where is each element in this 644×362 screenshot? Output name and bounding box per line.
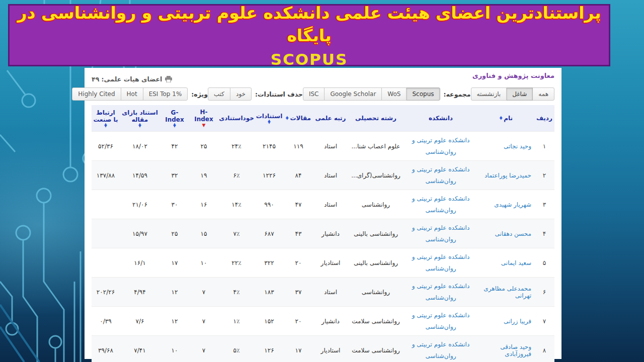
faculty-count: اعضای هیات علمی: ۴۹ (92, 75, 172, 83)
row-number: ۵ (534, 248, 554, 278)
h-index-cell: ۷ (189, 278, 218, 307)
remove-citations-group: حذف استنادات: خود کتب (208, 87, 303, 101)
col-header-field: رشته تحصیلی (348, 105, 404, 132)
citations-cell: ۶۸۷ (255, 219, 284, 248)
sort-icon[interactable]: ▲▼ (500, 117, 502, 121)
col-header-cite-per-article[interactable]: استناد بازای مقاله▲▼ (120, 105, 160, 132)
status-all-button[interactable]: همه (532, 87, 554, 101)
faculty-member-link[interactable]: وحید صادقی فیروزآبادی (500, 343, 531, 357)
citations-cell: ۱۸۳ (255, 278, 284, 307)
col-header-g-index[interactable]: G-Index▲▼ (160, 105, 189, 132)
remove-books-button[interactable]: کتب (208, 87, 230, 101)
faculty-member-link[interactable]: محسن دهقانی (495, 230, 531, 237)
col-header-articles[interactable]: مقالات▲▼ (284, 105, 313, 132)
col-header-h-index[interactable]: H-Index▼ (189, 105, 218, 132)
row-number: ۲ (534, 161, 554, 190)
articles-cell: ۳۷ (284, 278, 313, 307)
cite-per-article-cell: ۲۱/۰۶ (120, 190, 160, 219)
articles-cell: ۴۳ (284, 219, 313, 248)
name-cell: محسن دهقانی (478, 219, 534, 248)
sort-icon[interactable]: ▲▼ (286, 117, 288, 121)
g-index-cell: ۱۲ (160, 278, 189, 307)
faculty-member-link[interactable]: محمدعلی مظاهری تهرانی (484, 285, 531, 299)
rank-cell: استاد (313, 161, 348, 190)
rank-cell: دانشیار (313, 307, 348, 336)
citations-cell: ۱۲۶ (255, 336, 284, 362)
highly-cited-button[interactable]: Highly Cited (72, 87, 121, 101)
industry-cell: ۵۲/۳۶ (92, 132, 120, 161)
name-cell: سعید ایمانی (478, 248, 534, 278)
h-index-cell: ۱۹ (189, 161, 218, 190)
collection-isc-button[interactable]: ISC (303, 87, 325, 101)
col-header-faculty: دانشکده (404, 105, 478, 132)
col-header-citations[interactable]: استنادات▲▼ (255, 105, 284, 132)
articles-cell: ۸۴ (284, 161, 313, 190)
collection-wos-button[interactable]: WoS (381, 87, 407, 101)
remove-self-button[interactable]: خود (230, 87, 252, 101)
rank-cell: استادیار (313, 248, 348, 278)
sort-icon[interactable]: ▲▼ (138, 124, 141, 128)
faculty-cell: دانشکده علوم تربیتی و روان‌شناسی (404, 278, 478, 307)
row-number: ۸ (534, 336, 554, 362)
status-employed-button[interactable]: شاغل (506, 87, 533, 101)
table-row: ۷ فریبا زرانی دانشکده علوم تربیتی و روان… (92, 307, 554, 336)
faculty-cell: دانشکده علوم تربیتی و روان‌شناسی (404, 190, 478, 219)
name-cell: فریبا زرانی (478, 307, 534, 336)
h-index-cell: ۱۰ (189, 248, 218, 278)
g-index-cell: ۳۰ (160, 190, 189, 219)
faculty-member-link[interactable]: شهریار شهیدی (494, 201, 531, 208)
name-cell: محمدعلی مظاهری تهرانی (478, 278, 534, 307)
citations-cell: ۲۱۴۵ (255, 132, 284, 161)
rank-cell: استاد (313, 190, 348, 219)
rank-cell: دانشیار (313, 219, 348, 248)
g-index-cell: ۴۲ (160, 132, 189, 161)
faculty-member-link[interactable]: سعید ایمانی (501, 259, 531, 266)
self-citation-cell: ۶٪ (218, 161, 255, 190)
citations-cell: ۱۵۲ (255, 307, 284, 336)
collection-google-scholar-button[interactable]: Google Scholar (324, 87, 382, 101)
articles-cell: ۴۷ (284, 190, 313, 219)
sort-icon[interactable]: ▲▼ (173, 124, 176, 128)
sort-icon[interactable]: ▲▼ (268, 120, 270, 124)
h-index-cell: ۱۶ (189, 190, 218, 219)
self-citation-cell: ۴٪ (218, 278, 255, 307)
articles-cell: ۱۷ (284, 336, 313, 362)
status-retired-button[interactable]: بازنشسته (471, 87, 507, 101)
filter-toolbar: همه شاغل بازنشسته مجموعه: Scopus WoS Goo… (92, 87, 554, 101)
esi-top-button[interactable]: ESI Top 1% (143, 87, 188, 101)
remove-citations-label: حذف استنادات: (255, 90, 303, 98)
table-row: ۶ محمدعلی مظاهری تهرانی دانشکده علوم ترب… (92, 278, 554, 307)
banner-title-persian: پراستنادترین اعضای هیئت علمی دانشکده علو… (10, 2, 609, 47)
faculty-member-link[interactable]: فریبا زرانی (504, 318, 531, 325)
faculty-cell: دانشکده علوم تربیتی و روان‌شناسی (404, 219, 478, 248)
col-header-name[interactable]: نام▲▼ (478, 105, 534, 132)
g-index-cell: ۱۷ (160, 248, 189, 278)
content-panel: معاونت پژوهش و فناوری اعضای هیات علمی: ۴… (85, 68, 561, 359)
g-index-cell: ۲۵ (160, 219, 189, 248)
table-row: ۸ وحید صادقی فیروزآبادی دانشکده علوم ترب… (92, 336, 554, 362)
g-index-cell: ۱۰ (160, 336, 189, 362)
industry-cell (92, 190, 120, 219)
articles-cell: ۲۰ (284, 307, 313, 336)
faculty-cell: دانشکده علوم تربیتی و روان‌شناسی (404, 248, 478, 278)
table-row: ۱ وحید نجاتی دانشکده علوم تربیتی و روان‌… (92, 132, 554, 161)
cite-per-article-cell: ۱۶/۱ (120, 248, 160, 278)
row-number: ۴ (534, 219, 554, 248)
department-title: معاونت پژوهش و فناوری (472, 72, 554, 79)
row-number: ۷ (534, 307, 554, 336)
cite-per-article-cell: ۱۴/۵۹ (120, 161, 160, 190)
title-banner: پراستنادترین اعضای هیئت علمی دانشکده علو… (8, 4, 610, 66)
sort-desc-icon[interactable]: ▼ (202, 123, 206, 128)
faculty-metrics-table: ردیف نام▲▼ دانشکده رشته تحصیلی رتبه علمی… (92, 105, 554, 362)
faculty-member-link[interactable]: وحید نجاتی (504, 143, 531, 150)
g-index-cell: ۳۲ (160, 161, 189, 190)
rank-cell: استادیار (313, 336, 348, 362)
faculty-member-link[interactable]: حمیدرضا پوراعتماد (485, 172, 531, 179)
cite-per-article-cell: ۷/۶ (120, 307, 160, 336)
field-cell: روانشناسی بالینی (348, 219, 404, 248)
self-citation-cell: ۵٪ (218, 336, 255, 362)
col-header-industry[interactable]: ارتباط با صنعت▲▼ (92, 105, 120, 132)
sort-icon[interactable]: ▲▼ (104, 124, 107, 128)
collection-scopus-button[interactable]: Scopus (406, 87, 440, 101)
hot-button[interactable]: Hot (121, 87, 143, 101)
